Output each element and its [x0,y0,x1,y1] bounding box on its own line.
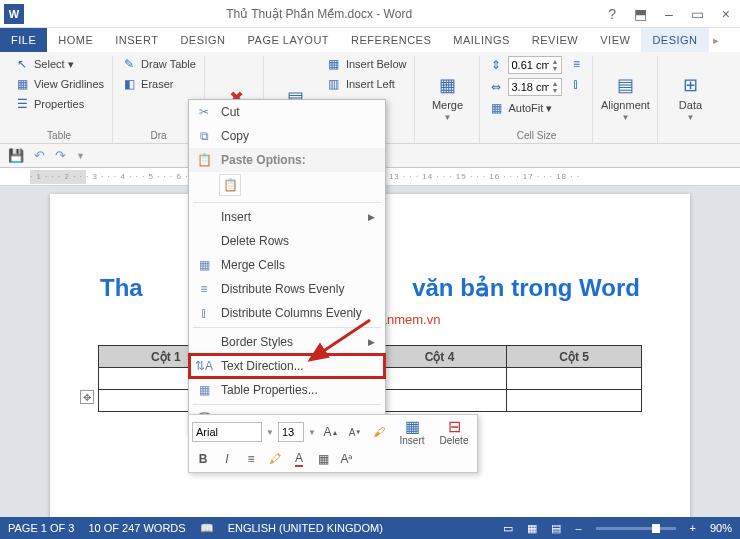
menu-border-styles[interactable]: Border Styles▶ [189,330,385,354]
grow-font-icon[interactable]: A▲ [320,422,342,442]
font-color-icon[interactable]: A [288,449,310,469]
maximize-icon[interactable]: ▭ [691,6,704,22]
tab-insert[interactable]: INSERT [104,28,169,52]
menu-insert[interactable]: Insert▶ [189,205,385,229]
highlight-icon[interactable]: 🖍 [264,449,286,469]
word-app-icon: W [4,4,24,24]
gridlines-label: View Gridlines [34,78,104,90]
mini-insert-button[interactable]: ▦Insert [392,418,432,446]
view-print-layout-icon[interactable]: ▦ [527,522,537,535]
menu-distribute-rows[interactable]: ≡Distribute Rows Evenly [189,277,385,301]
italic-icon[interactable]: I [216,449,238,469]
tab-mailings[interactable]: MAILINGS [442,28,521,52]
status-word-count[interactable]: 10 OF 247 WORDS [88,522,185,534]
chevron-down-icon[interactable]: ▼ [264,422,276,442]
menu-cut[interactable]: ✂Cut [189,100,385,124]
view-web-layout-icon[interactable]: ▤ [551,522,561,535]
close-icon[interactable]: × [722,6,730,22]
tab-page-layout[interactable]: PAGE LAYOUT [237,28,341,52]
insert-below-button[interactable]: ▦Insert Below [326,56,407,72]
tab-home[interactable]: HOME [47,28,104,52]
bold-icon[interactable]: B [192,449,214,469]
properties-button[interactable]: ☰Properties [14,96,104,112]
row-height-input[interactable] [509,59,551,71]
borders-icon[interactable]: ▦ [312,449,334,469]
help-icon[interactable]: ? [608,6,616,22]
tab-review[interactable]: REVIEW [521,28,589,52]
row-height-field[interactable]: ⇕▲▼ [488,56,562,74]
mini-delete-label: Delete [440,435,469,446]
font-size-select[interactable] [278,422,304,442]
table-header-cell[interactable]: Cột 4 [372,346,507,368]
zoom-in-icon[interactable]: + [690,522,696,534]
insert-left-icon: ▥ [326,76,342,92]
chevron-down-icon[interactable]: ▼ [306,422,318,442]
insert-below-label: Insert Below [346,58,407,70]
menu-merge-cells[interactable]: ▦Merge Cells [189,253,385,277]
tab-overflow-icon[interactable]: ▸ [709,28,724,52]
col-width-field[interactable]: ⇔▲▼ [488,78,562,96]
title-bar: W Thủ Thuật Phần Mềm.docx - Word ? ⬒ – ▭… [0,0,740,28]
status-language[interactable]: ENGLISH (UNITED KINGDOM) [228,522,383,534]
tab-file[interactable]: FILE [0,28,47,52]
menu-copy[interactable]: ⧉Copy [189,124,385,148]
menu-merge-cells-label: Merge Cells [221,258,285,272]
align-icon[interactable]: ≡ [240,449,262,469]
tab-design[interactable]: DESIGN [169,28,236,52]
chevron-down-icon: ▼ [444,113,452,122]
format-painter-icon[interactable]: 🖌 [368,422,390,442]
font-family-select[interactable] [192,422,262,442]
zoom-out-icon[interactable]: – [575,522,581,534]
distribute-cols-btn[interactable]: ⫿ [568,76,584,92]
select-button[interactable]: ↖Select ▾ [14,56,104,72]
data-button[interactable]: ⊞Data▼ [666,56,714,139]
view-gridlines-button[interactable]: ▦View Gridlines [14,76,104,92]
draw-table-button[interactable]: ✎Draw Table [121,56,196,72]
eraser-button[interactable]: ◧Eraser [121,76,196,92]
distribute-rows-btn[interactable]: ≡ [568,56,584,72]
group-label-draw: Dra [121,128,196,143]
menu-delete-rows[interactable]: Delete Rows [189,229,385,253]
shrink-font-icon[interactable]: A▼ [344,422,366,442]
zoom-slider[interactable] [596,527,676,530]
table-move-handle-icon[interactable]: ✥ [80,390,94,404]
cursor-icon: ↖ [14,56,30,72]
menu-text-direction[interactable]: ⇅AText Direction... [189,354,385,378]
customize-qat-icon[interactable]: ▼ [76,151,85,161]
menu-distribute-cols[interactable]: ⫿Distribute Columns Evenly [189,301,385,325]
table-header-cell[interactable]: Cột 5 [507,346,642,368]
table-properties-icon: ▦ [195,383,213,397]
col-width-input[interactable] [509,81,551,93]
cut-icon: ✂ [195,105,213,119]
draw-table-label: Draw Table [141,58,196,70]
tab-view[interactable]: VIEW [589,28,641,52]
properties-icon: ☰ [14,96,30,112]
menu-border-styles-label: Border Styles [221,335,293,349]
delete-table-icon: ⊟ [446,418,462,434]
insert-left-button[interactable]: ▥Insert Left [326,76,407,92]
mini-toolbar: ▼ ▼ A▲ A▼ 🖌 ▦Insert ⊟Delete B I ≡ 🖍 A ▦ … [188,414,478,473]
merge-button[interactable]: ▦Merge▼ [423,56,471,139]
zoom-thumb[interactable] [652,524,660,533]
ribbon-display-options-icon[interactable]: ⬒ [634,6,647,22]
status-proofing-icon[interactable]: 📖 [200,522,214,535]
redo-icon[interactable]: ↷ [55,148,66,163]
alignment-button[interactable]: ▤Alignment▼ [601,56,649,139]
zoom-level[interactable]: 90% [710,522,732,534]
paste-option-keep-source-icon[interactable]: 📋 [219,174,241,196]
save-icon[interactable]: 💾 [8,148,24,163]
minimize-icon[interactable]: – [665,6,673,22]
status-page[interactable]: PAGE 1 OF 3 [8,522,74,534]
styles-icon[interactable]: Aᵃ [336,449,358,469]
menu-table-properties[interactable]: ▦Table Properties... [189,378,385,402]
group-label-cell-size: Cell Size [488,128,584,143]
eraser-label: Eraser [141,78,173,90]
autofit-button[interactable]: ▦AutoFit ▾ [488,100,562,116]
view-read-mode-icon[interactable]: ▭ [503,522,513,535]
undo-icon[interactable]: ↶ [34,148,45,163]
menu-paste-options-header: 📋Paste Options: [189,148,385,172]
tab-references[interactable]: REFERENCES [340,28,442,52]
mini-delete-button[interactable]: ⊟Delete [434,418,474,446]
tab-table-design[interactable]: DESIGN [641,28,708,52]
menu-dist-cols-label: Distribute Columns Evenly [221,306,362,320]
